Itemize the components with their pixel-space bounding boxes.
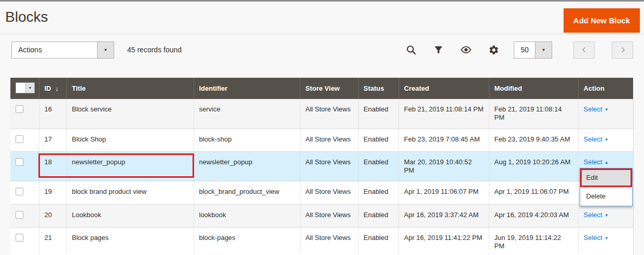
column-header-status[interactable]: Status bbox=[358, 78, 399, 99]
cell-store-view: All Store Views bbox=[300, 129, 358, 151]
column-header-id[interactable]: ID↓ bbox=[39, 78, 66, 99]
cell-action: Select▼ bbox=[578, 204, 633, 227]
chevron-up-icon: ▲ bbox=[605, 160, 609, 165]
select-action-link[interactable]: Select▲ bbox=[584, 158, 609, 166]
menu-item-edit[interactable]: Edit bbox=[580, 168, 632, 187]
chevron-right-icon bbox=[618, 45, 627, 54]
table-row: 18newsletter_popupnewsletter_popupAll St… bbox=[10, 151, 633, 181]
cell-created: Apr 16, 2019 3:37:42 AM bbox=[399, 204, 489, 227]
cell-identifier: newsletter_popup bbox=[194, 151, 300, 181]
row-checkbox[interactable] bbox=[16, 105, 23, 113]
sort-desc-icon[interactable]: ↓ bbox=[56, 84, 59, 92]
cell-status: Enabled bbox=[358, 204, 399, 227]
cell-title: block brand product view bbox=[66, 181, 194, 204]
chevron-down-icon: ▼ bbox=[605, 236, 609, 240]
page-header: Blocks Add New Block bbox=[0, 2, 644, 34]
menu-item-delete[interactable]: Delete bbox=[580, 187, 632, 206]
table-row: 17Block Shopblock-shopAll Store ViewsEna… bbox=[10, 129, 633, 151]
cell-store-view: All Store Views bbox=[300, 99, 358, 129]
cell-status: Enabled bbox=[358, 99, 399, 129]
cell-status: Enabled bbox=[358, 181, 399, 204]
per-page-value: 50 bbox=[514, 42, 535, 58]
select-action-link[interactable]: Select▼ bbox=[584, 234, 609, 242]
row-checkbox[interactable] bbox=[16, 188, 23, 195]
table-row: 16Block serviceserviceAll Store ViewsEna… bbox=[10, 99, 633, 129]
cell-modified: Apr 1, 2019 11:06:07 PM bbox=[489, 181, 578, 204]
cell-title: Block pages bbox=[66, 227, 194, 255]
row-checkbox[interactable] bbox=[16, 211, 23, 219]
chevron-down-icon: ▼ bbox=[605, 137, 609, 142]
cell-title: Block Shop bbox=[66, 129, 194, 151]
search-icon[interactable] bbox=[405, 44, 417, 55]
chevron-down-icon[interactable]: ▼ bbox=[97, 42, 114, 58]
column-header-identifier[interactable]: Identifier bbox=[194, 78, 300, 99]
column-header-created[interactable]: Created bbox=[399, 78, 489, 99]
row-checkbox[interactable] bbox=[16, 158, 23, 166]
row-checkbox-cell bbox=[10, 227, 39, 255]
cell-created: Mar 20, 2019 10:40:52 PM bbox=[399, 151, 489, 181]
table-row: 20LookbooklookbookAll Store ViewsEnabled… bbox=[10, 204, 633, 227]
cell-created: Feb 23, 2019 7:08:45 AM bbox=[399, 129, 489, 151]
cell-store-view: All Store Views bbox=[300, 151, 358, 181]
cell-identifier: lookbook bbox=[194, 204, 300, 227]
cell-status: Enabled bbox=[358, 151, 399, 181]
chevron-down-icon: ▼ bbox=[605, 213, 609, 218]
cell-status: Enabled bbox=[358, 227, 399, 255]
cell-modified: Apr 16, 2019 4:20:03 AM bbox=[489, 204, 578, 227]
chevron-down-icon[interactable]: ▼ bbox=[535, 42, 552, 58]
cell-id: 17 bbox=[39, 129, 66, 151]
table-row: 19block brand product viewblock_brand_pr… bbox=[10, 181, 633, 204]
cell-identifier: block-shop bbox=[194, 129, 300, 151]
cell-id: 20 bbox=[39, 204, 66, 227]
add-new-block-button[interactable]: Add New Block bbox=[564, 8, 640, 33]
cell-action: Select▲EditDelete bbox=[578, 151, 633, 181]
gear-icon[interactable] bbox=[488, 44, 499, 55]
row-checkbox[interactable] bbox=[16, 135, 23, 143]
cell-action: Select▼ bbox=[578, 99, 633, 129]
cell-store-view: All Store Views bbox=[300, 227, 358, 255]
grid-toolbar: Actions ▼ 45 records found 50 ▼ bbox=[11, 41, 633, 59]
select-action-link[interactable]: Select▼ bbox=[584, 135, 609, 143]
row-checkbox-cell bbox=[10, 129, 39, 151]
chevron-down-icon[interactable]: ▼ bbox=[25, 83, 34, 93]
cell-modified: Jun 19, 2019 11:14:22 PM bbox=[489, 227, 578, 255]
select-action-link[interactable]: Select▼ bbox=[584, 105, 609, 113]
row-checkbox-cell bbox=[10, 151, 39, 181]
select-all-checkbox[interactable]: ▼ bbox=[16, 82, 35, 93]
cell-modified: Feb 23, 2019 9:40:35 AM bbox=[489, 129, 578, 151]
cell-store-view: All Store Views bbox=[300, 204, 358, 227]
select-all-header: ▼ bbox=[10, 78, 39, 99]
checkbox[interactable] bbox=[16, 83, 25, 93]
column-header-modified[interactable]: Modified bbox=[489, 78, 578, 99]
cell-created: Apr 16, 2019 11:41:22 PM bbox=[399, 227, 489, 255]
chevron-down-icon: ▼ bbox=[605, 107, 609, 112]
blocks-grid: ▼ ID↓ Title Identifier Store View Status… bbox=[10, 78, 634, 255]
pagination-prev-button[interactable] bbox=[573, 41, 595, 59]
row-checkbox-cell bbox=[10, 204, 39, 227]
actions-dropdown-label: Actions bbox=[12, 42, 48, 58]
eye-icon[interactable] bbox=[460, 44, 472, 55]
column-header-store-view[interactable]: Store View bbox=[300, 78, 358, 99]
grid-header-row: ▼ ID↓ Title Identifier Store View Status… bbox=[10, 78, 633, 99]
table-row: 21Block pagesblock-pagesAll Store ViewsE… bbox=[10, 227, 633, 255]
pagination-next-button[interactable] bbox=[612, 41, 633, 59]
filter-icon[interactable] bbox=[433, 44, 444, 55]
action-menu: EditDelete bbox=[580, 168, 633, 207]
cell-id: 16 bbox=[39, 99, 66, 129]
row-checkbox[interactable] bbox=[16, 234, 23, 242]
cell-id: 21 bbox=[39, 227, 66, 255]
cell-id: 19 bbox=[39, 181, 66, 204]
row-checkbox-cell bbox=[10, 181, 39, 204]
cell-identifier: service bbox=[194, 99, 300, 129]
cell-title: Block service bbox=[66, 99, 194, 129]
cell-id: 18 bbox=[39, 151, 66, 181]
cell-action: Select▼ bbox=[578, 129, 633, 151]
actions-dropdown[interactable]: Actions ▼ bbox=[11, 41, 114, 59]
per-page-selector[interactable]: 50 ▼ bbox=[514, 41, 552, 59]
cell-identifier: block_brand_product_view bbox=[194, 181, 300, 204]
column-header-action[interactable]: Action bbox=[578, 78, 633, 99]
select-action-link[interactable]: Select▼ bbox=[584, 211, 609, 219]
cell-created: Feb 21, 2019 11:08:14 PM bbox=[399, 99, 489, 129]
chevron-left-icon bbox=[580, 45, 589, 54]
column-header-title[interactable]: Title bbox=[66, 78, 194, 99]
